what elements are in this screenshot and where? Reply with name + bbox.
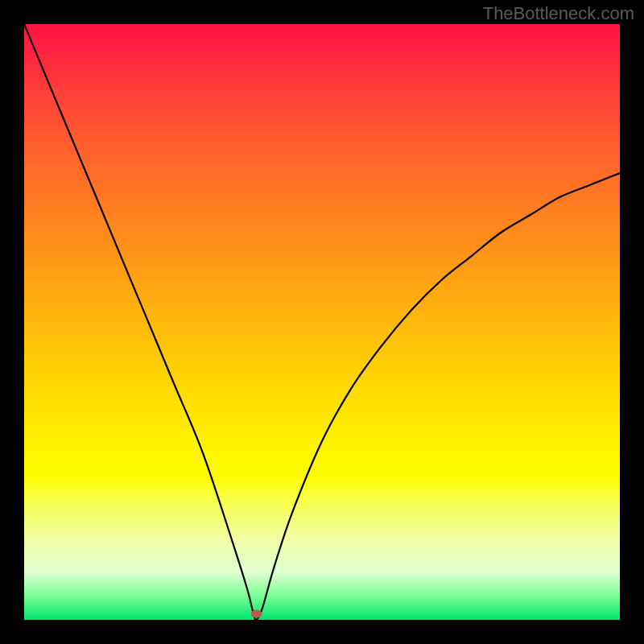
bottleneck-curve	[24, 24, 620, 620]
optimal-point-marker	[251, 610, 262, 618]
plot-area	[24, 24, 620, 620]
watermark-text: TheBottleneck.com	[483, 3, 634, 24]
chart-svg	[24, 24, 620, 620]
